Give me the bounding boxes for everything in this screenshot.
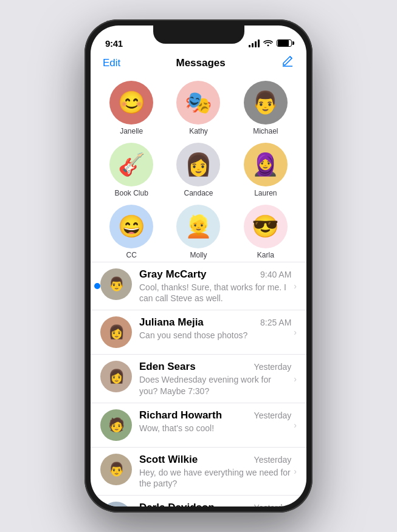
msg-avatar-darla: 👩 xyxy=(100,502,132,506)
message-row-gray[interactable]: 👨Gray McCarty9:40 AMCool, thanks! Sure, … xyxy=(91,262,306,310)
msg-header-scott: Scott WilkieYesterday xyxy=(139,454,291,466)
status-icons xyxy=(249,39,292,48)
msg-content-juliana: Juliana Mejia8:25 AMCan you send those p… xyxy=(139,316,291,341)
edit-button[interactable]: Edit xyxy=(103,57,120,69)
unread-dot xyxy=(94,283,100,289)
message-list: 👨Gray McCarty9:40 AMCool, thanks! Sure, … xyxy=(91,262,306,506)
msg-header-eden: Eden SearsYesterday xyxy=(139,361,291,373)
message-row-darla[interactable]: 👩Darla DavidsonYesterday› xyxy=(91,496,306,506)
contact-item-bookclub[interactable]: 🎸Book Club xyxy=(98,143,165,197)
msg-content-eden: Eden SearsYesterdayDoes Wednesday evenin… xyxy=(139,361,291,396)
contact-avatar-kathy: 🎭 xyxy=(176,81,220,124)
phone-screen: 9:41 xyxy=(91,26,306,506)
status-time: 9:41 xyxy=(105,38,123,49)
contact-avatar-karla: 😎 xyxy=(244,205,288,248)
battery-icon xyxy=(277,39,292,47)
msg-content-richard: Richard HowarthYesterdayWow, that's so c… xyxy=(139,409,291,434)
msg-preview-gray: Cool, thanks! Sure, that works for me. I… xyxy=(139,282,291,304)
contact-name-cc: CC xyxy=(126,251,136,259)
contact-name-michael: Michael xyxy=(253,127,278,135)
chevron-icon: › xyxy=(294,466,297,476)
contact-avatar-bookclub: 🎸 xyxy=(109,143,153,186)
msg-content-gray: Gray McCarty9:40 AMCool, thanks! Sure, t… xyxy=(139,268,291,304)
contact-avatar-molly: 👱 xyxy=(176,205,220,248)
msg-header-gray: Gray McCarty9:40 AM xyxy=(139,268,291,281)
msg-preview-richard: Wow, that's so cool! xyxy=(139,423,291,434)
msg-name-scott: Scott Wilkie xyxy=(139,454,198,466)
msg-preview-eden: Does Wednesday evening work for you? May… xyxy=(139,374,291,396)
compose-button[interactable] xyxy=(281,55,294,71)
msg-time-darla: Yesterday xyxy=(254,503,292,506)
msg-avatar-gray: 👨 xyxy=(100,268,132,300)
contact-avatar-lauren: 🧕 xyxy=(244,143,288,186)
contact-item-lauren[interactable]: 🧕Lauren xyxy=(232,143,299,197)
msg-name-darla: Darla Davidson xyxy=(139,502,215,506)
message-row-juliana[interactable]: 👩Juliana Mejia8:25 AMCan you send those … xyxy=(91,310,306,355)
chevron-icon: › xyxy=(294,327,297,337)
msg-avatar-scott: 👨 xyxy=(100,454,132,485)
nav-bar: Edit Messages xyxy=(91,52,306,76)
msg-avatar-juliana: 👩 xyxy=(100,316,132,348)
msg-name-richard: Richard Howarth xyxy=(139,409,222,421)
contact-avatar-candace: 👩 xyxy=(176,143,220,186)
contacts-grid: 😊Janelle🎭Kathy👨Michael🎸Book Club👩Candace… xyxy=(91,81,306,259)
contact-avatar-cc: 😄 xyxy=(109,205,153,248)
msg-avatar-richard: 🧑 xyxy=(100,409,132,441)
chevron-icon: › xyxy=(294,374,297,384)
message-row-richard[interactable]: 🧑Richard HowarthYesterdayWow, that's so … xyxy=(91,403,306,448)
contact-name-molly: Molly xyxy=(190,251,207,259)
page-title: Messages xyxy=(176,57,226,69)
contact-name-kathy: Kathy xyxy=(189,127,208,135)
contact-avatar-janelle: 😊 xyxy=(109,81,153,124)
contact-avatar-michael: 👨 xyxy=(244,81,288,124)
msg-time-gray: 9:40 AM xyxy=(260,270,291,279)
message-row-eden[interactable]: 👩Eden SearsYesterdayDoes Wednesday eveni… xyxy=(91,355,306,403)
contact-item-candace[interactable]: 👩Candace xyxy=(165,143,232,197)
notch xyxy=(153,26,244,44)
pinned-contacts: 😊Janelle🎭Kathy👨Michael🎸Book Club👩Candace… xyxy=(91,76,306,262)
wifi-icon xyxy=(263,39,273,48)
msg-name-juliana: Juliana Mejia xyxy=(139,316,204,329)
msg-preview-juliana: Can you send those photos? xyxy=(139,330,291,341)
screen-content: 9:41 xyxy=(91,26,306,506)
msg-header-juliana: Juliana Mejia8:25 AM xyxy=(139,316,291,329)
msg-name-gray: Gray McCarty xyxy=(139,268,207,281)
contact-name-lauren: Lauren xyxy=(254,189,277,197)
contact-item-janelle[interactable]: 😊Janelle xyxy=(98,81,165,135)
contact-name-karla: Karla xyxy=(257,251,274,259)
message-row-scott[interactable]: 👨Scott WilkieYesterdayHey, do we have ev… xyxy=(91,448,306,496)
compose-icon xyxy=(281,55,294,68)
contact-item-karla[interactable]: 😎Karla xyxy=(232,205,299,259)
signal-bars-icon xyxy=(249,39,260,47)
msg-name-eden: Eden Sears xyxy=(139,361,196,373)
msg-header-richard: Richard HowarthYesterday xyxy=(139,409,291,421)
contact-item-molly[interactable]: 👱Molly xyxy=(165,205,232,259)
msg-preview-scott: Hey, do we have everything we need for t… xyxy=(139,467,291,489)
contact-item-cc[interactable]: 😄CC xyxy=(98,205,165,259)
phone-frame: 9:41 xyxy=(85,19,312,513)
chevron-icon: › xyxy=(294,420,297,430)
battery-fill xyxy=(278,40,289,46)
msg-header-darla: Darla DavidsonYesterday xyxy=(139,502,291,506)
msg-content-darla: Darla DavidsonYesterday xyxy=(139,502,291,506)
contact-item-michael[interactable]: 👨Michael xyxy=(232,81,299,135)
contact-name-janelle: Janelle xyxy=(120,127,143,135)
msg-time-juliana: 8:25 AM xyxy=(260,318,291,327)
msg-time-eden: Yesterday xyxy=(254,362,292,372)
contact-name-candace: Candace xyxy=(184,189,213,197)
msg-time-richard: Yesterday xyxy=(254,411,292,420)
chevron-icon: › xyxy=(294,281,297,291)
contact-name-bookclub: Book Club xyxy=(114,189,148,197)
msg-avatar-eden: 👩 xyxy=(100,361,132,392)
msg-time-scott: Yesterday xyxy=(254,455,292,465)
contact-item-kathy[interactable]: 🎭Kathy xyxy=(165,81,232,135)
msg-content-scott: Scott WilkieYesterdayHey, do we have eve… xyxy=(139,454,291,489)
